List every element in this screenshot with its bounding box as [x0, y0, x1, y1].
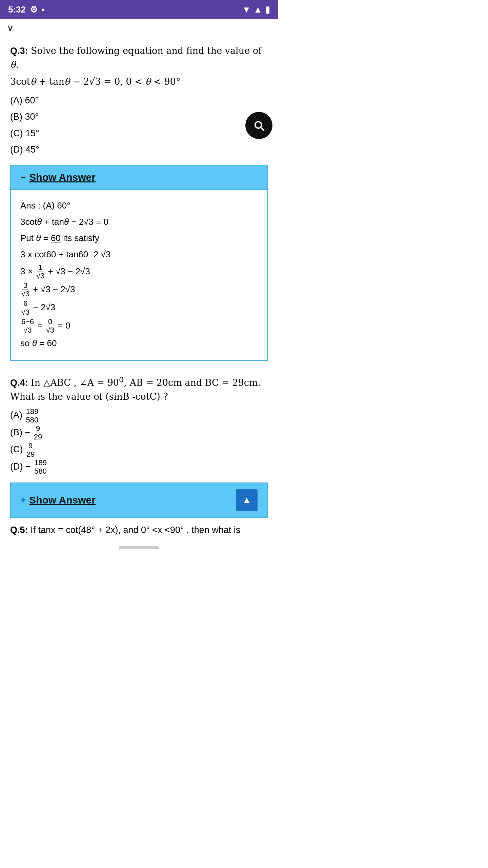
home-indicator: [119, 546, 159, 549]
q4-option-a: (A) 189580: [10, 407, 268, 424]
status-right: ▼ ▲ ▮: [242, 4, 270, 15]
ans-line-1: Ans : (A) 60°: [20, 198, 258, 213]
ans-line-2: 3cotθ + tanθ − 2√3 = 0: [20, 214, 258, 229]
search-icon: [252, 119, 265, 132]
q3-option-b: (B) 30°: [10, 108, 268, 125]
ans-line-9: so θ = 60: [20, 336, 258, 351]
q4-option-c: (C) 929: [10, 441, 268, 458]
ans-line-3: Put θ = 60 its satisfy: [20, 231, 258, 245]
q3-question: Solve the following equation and find th…: [10, 45, 262, 70]
ans-line-7: 6√3 − 2√3: [20, 299, 258, 316]
q4-question: In △ABC , ∠A = 900, AB = 20cm and BC = 2…: [10, 377, 261, 402]
q3-label: Q.3:: [10, 46, 28, 56]
ans-line-8: 6−6√3 = 0√3 = 0: [20, 318, 258, 334]
expand-icon: +: [20, 495, 26, 506]
status-bar: 5:32 ⚙ ▪ ▼ ▲ ▮: [0, 0, 278, 19]
signal-icon: ▲: [253, 4, 262, 15]
time-display: 5:32: [8, 4, 26, 15]
status-left: 5:32 ⚙ ▪: [8, 4, 45, 15]
ans-line-5: 3 × 1√3 + √3 − 2√3: [20, 263, 258, 280]
settings-icon: ⚙: [30, 4, 38, 15]
q3-text: Q.3: Solve the following equation and fi…: [10, 44, 268, 72]
q3-option-d: (D) 45°: [10, 141, 268, 158]
q5-question: If tanx = cot(48° + 2x), and 0° <x <90° …: [30, 525, 240, 535]
show-answer-bar-q3[interactable]: − Show Answer: [10, 165, 268, 190]
q4-label: Q.4:: [10, 378, 28, 388]
wifi-icon: ▼: [242, 4, 251, 15]
sim-icon: ▪: [42, 4, 45, 15]
q3-answer-box: Ans : (A) 60° 3cotθ + tanθ − 2√3 = 0 Put…: [10, 190, 268, 361]
q3-option-a: (A) 60°: [10, 92, 268, 109]
back-arrow[interactable]: ∨: [7, 22, 14, 34]
show-answer-label-q4: Show Answer: [29, 494, 96, 506]
battery-icon: ▮: [265, 4, 270, 15]
search-fab[interactable]: [245, 112, 272, 139]
ans-line-6: 3√3 + √3 − 2√3: [20, 281, 258, 298]
q4-option-b: (B) − 929: [10, 424, 268, 441]
q3-option-c: (C) 15°: [10, 125, 268, 142]
main-content: Q.3: Solve the following equation and fi…: [0, 37, 278, 544]
scroll-up-button[interactable]: ▲: [236, 489, 258, 511]
q4-text: Q.4: In △ABC , ∠A = 900, AB = 20cm and B…: [10, 374, 268, 403]
ans-line-4: 3 x cot60 + tan60 -2 √3: [20, 247, 258, 262]
top-nav: ∨: [0, 19, 278, 37]
show-answer-bar-q4[interactable]: + Show Answer ▲: [10, 482, 268, 518]
q5-text: Q.5: If tanx = cot(48° + 2x), and 0° <x …: [10, 523, 268, 537]
collapse-icon: −: [20, 172, 26, 183]
q3-equation: 3cotθ + tanθ − 2√3 = 0, 0 < θ < 90°: [10, 75, 268, 89]
show-answer-left-q4: + Show Answer: [20, 494, 96, 506]
q4-option-d: (D) − 189580: [10, 458, 268, 476]
bottom-bar: [0, 544, 278, 549]
show-answer-label-q3: Show Answer: [29, 172, 96, 183]
q5-label: Q.5:: [10, 525, 28, 535]
